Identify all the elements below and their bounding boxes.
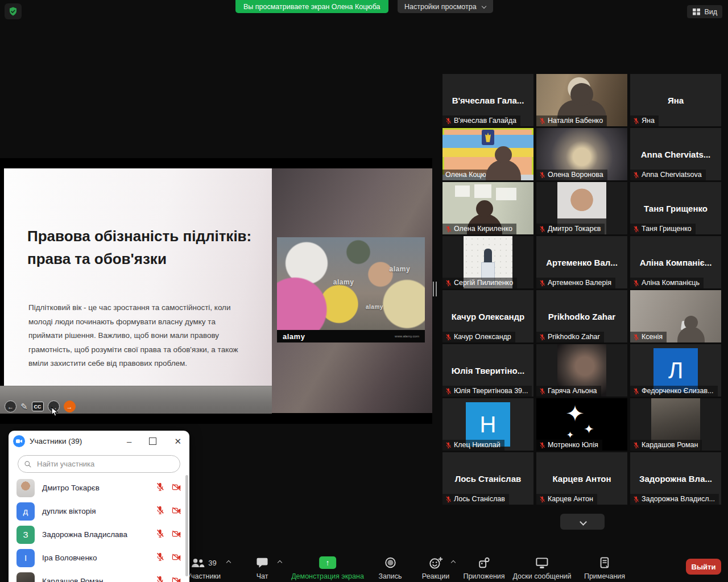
screen-share-banner: Вы просматриваете экран Олена Коцюба: [235, 0, 388, 13]
participant-tile[interactable]: В'ячеслав Гала...В'ячеслав Галайда: [442, 74, 533, 126]
mic-off-icon: [633, 333, 639, 341]
participant-name-label: В'ячеслав Галайда: [442, 115, 520, 126]
participant-tile[interactable]: Юлія Тверитіно...Юлія Тверитінова 39...: [442, 344, 533, 397]
grid-more-button[interactable]: [560, 514, 605, 530]
view-button[interactable]: Вид: [687, 5, 722, 18]
participant-tile[interactable]: ЛФедорченко Єлизав...: [630, 344, 721, 397]
mic-off-icon: [156, 505, 164, 517]
participant-tile[interactable]: Олена Воронова: [536, 128, 627, 180]
toolbar-whiteboards[interactable]: Доски сообщений: [512, 556, 571, 580]
mic-off-icon: [539, 225, 545, 233]
security-button[interactable]: [5, 3, 22, 19]
search-input[interactable]: [36, 459, 174, 469]
participant-name-label: Качур Олександр: [442, 332, 515, 342]
panel-resize-handle[interactable]: [433, 282, 437, 296]
participant-list-item[interactable]: ддуплик вікторія: [9, 500, 189, 523]
mic-off-icon: [445, 496, 452, 503]
participant-name: Іра Воловченко: [42, 554, 97, 562]
participant-tile[interactable]: Артеменко Вал...Артеменко Валерія: [536, 236, 627, 288]
participant-tile[interactable]: Anna Cherviats...Anna Cherviatsova: [630, 128, 721, 180]
participant-tile[interactable]: Сергій Пилипенко: [442, 236, 533, 288]
participant-tile[interactable]: Олена Кириленко: [442, 182, 533, 234]
participant-name: дуплик вікторія: [42, 507, 96, 515]
zoom-meeting-window: Вы просматриваете экран Олена Коцюба Нас…: [0, 0, 728, 582]
camera-off-icon: [172, 553, 181, 563]
participant-tile[interactable]: Карцев АнтонКарцев Антон: [536, 452, 627, 505]
toolbar-notes[interactable]: Примечания: [584, 556, 625, 580]
participant-tile[interactable]: Таня ГрищенкоТаня Грищенко: [630, 182, 721, 234]
participant-list-item[interactable]: ЗЗадорожна Владислава: [9, 523, 189, 546]
participant-tile[interactable]: Олена Коцюба: [442, 128, 533, 180]
shared-screen: Правова обізнаність підлітків: права та …: [0, 158, 432, 424]
participant-list-item[interactable]: ІІра Воловченко: [9, 546, 189, 569]
participant-list-item[interactable]: Кардашов Роман: [9, 569, 189, 582]
participant-tile[interactable]: Наталія Бабенко: [536, 74, 627, 126]
maximize-button[interactable]: [149, 437, 156, 445]
next-button[interactable]: →: [64, 401, 76, 412]
video-content: [482, 130, 494, 145]
mic-off-icon: [445, 117, 452, 125]
minimize-button[interactable]: –: [127, 437, 131, 445]
participant-name-label: Гаряча Альона: [536, 386, 601, 397]
participant-tile[interactable]: НКлец Николай: [442, 398, 533, 451]
chat-menu-chevron[interactable]: [278, 560, 283, 564]
slide-body-text: Підлітковий вік - це час зростання та са…: [28, 301, 246, 371]
participants-menu-chevron[interactable]: [226, 560, 231, 564]
watermark: alamy: [366, 304, 383, 310]
toolbar-chat[interactable]: Чат: [256, 556, 268, 580]
alamy-site-text: www.alamy.com: [395, 335, 419, 338]
apps-icon: [478, 556, 490, 569]
participant-name: Задорожна Владислава: [42, 530, 127, 539]
participant-name-label: Сергій Пилипенко: [442, 278, 517, 288]
pencil-annotate-button[interactable]: ✎: [20, 402, 28, 412]
video-content: [486, 160, 521, 180]
watermark: alamy: [390, 265, 411, 273]
participant-search-field[interactable]: [18, 455, 180, 473]
leave-button[interactable]: Выйти: [686, 559, 721, 575]
camera-off-icon: [172, 530, 181, 540]
mic-off-icon: [539, 117, 545, 125]
participant-tile[interactable]: Кардашов Роман: [630, 398, 721, 451]
mic-off-icon: [539, 171, 545, 179]
participant-name-label: Аліна Компанієць: [630, 278, 704, 288]
search-icon: [24, 460, 32, 468]
participant-name-label: Наталія Бабенко: [536, 115, 607, 126]
participant-avatar: [16, 479, 35, 497]
mic-off-icon: [633, 279, 639, 287]
video-content: [474, 184, 491, 198]
toolbar-reactions[interactable]: Реакции: [422, 556, 449, 580]
participant-tile[interactable]: Ксенія: [630, 290, 721, 342]
participant-tile[interactable]: Задорожна Вла...Задорожна Владисл...: [630, 452, 721, 505]
toolbar-apps[interactable]: Приложения: [463, 556, 504, 580]
participant-tile[interactable]: Лось СтаніславЛось Станіслав: [442, 452, 533, 505]
participant-name-label: Юлія Тверитінова 39...: [442, 386, 532, 397]
mouse-cursor: [50, 407, 59, 417]
share-screen-icon: ↑: [319, 556, 336, 569]
participant-tile[interactable]: Качур ОлександрКачур Олександр: [442, 290, 533, 342]
participant-name-label: Задорожна Владисл...: [630, 494, 719, 505]
close-icon[interactable]: ✕: [174, 437, 181, 445]
participant-status-icons: [156, 552, 181, 564]
back-button[interactable]: ←: [5, 401, 16, 412]
participant-name-label: Anna Cherviatsova: [630, 170, 706, 180]
mic-off-icon: [539, 333, 545, 341]
participant-tile[interactable]: ЯнаЯна: [630, 74, 721, 126]
toolbar-record[interactable]: Запись: [378, 556, 402, 580]
toolbar-share-screen[interactable]: ↑ Демонстрация экрана: [291, 556, 364, 580]
participant-tile[interactable]: Дмитро Токарєв: [536, 182, 627, 234]
view-settings-button[interactable]: Настройки просмотра: [398, 0, 493, 13]
participant-tile[interactable]: ✦✦✦Мотренко Юлія: [536, 398, 627, 451]
whiteboard-icon: [535, 557, 549, 569]
chevron-down-icon: [580, 519, 585, 524]
panel-scrollbar[interactable]: [185, 475, 188, 576]
toolbar-participants[interactable]: 39 Участники: [187, 556, 221, 580]
participant-tile[interactable]: Prikhodko ZaharPrikhodko Zahar: [536, 290, 627, 342]
participant-name-label: Лось Станіслав: [442, 494, 509, 505]
closed-captions-button[interactable]: CC: [32, 402, 44, 411]
reactions-menu-chevron[interactable]: [451, 560, 456, 564]
grid-view-icon: [692, 8, 701, 15]
participant-tile[interactable]: Аліна Компаніє...Аліна Компанієць: [630, 236, 721, 288]
participant-status-icons: [156, 482, 181, 494]
participant-tile[interactable]: Гаряча Альона: [536, 344, 627, 397]
participant-list-item[interactable]: Дмитро Токарєв: [9, 476, 189, 500]
